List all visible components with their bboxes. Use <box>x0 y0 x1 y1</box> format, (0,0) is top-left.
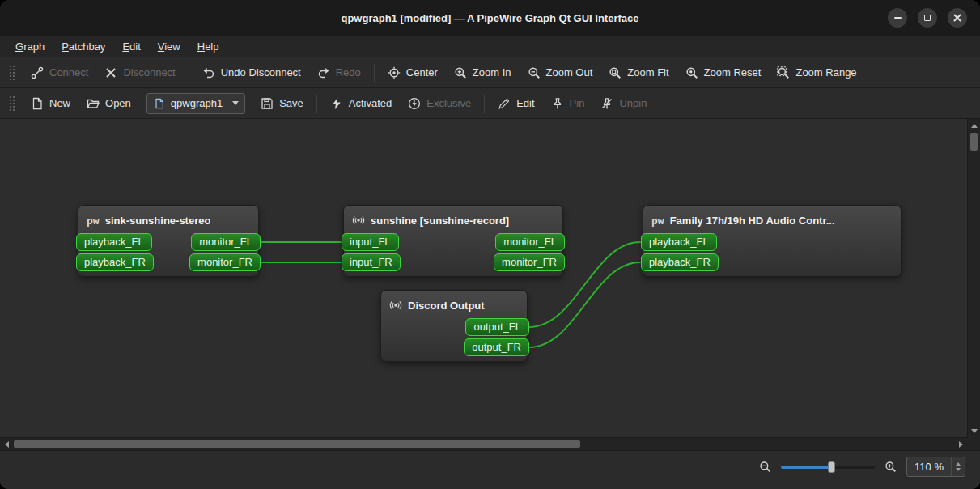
connect-label: Connect <box>49 66 88 79</box>
port-monitor-fl[interactable]: monitor_FL <box>191 233 261 251</box>
maximize-icon <box>924 15 931 21</box>
graph-canvas[interactable]: pw sink-sunshine-stereo playback_FL play… <box>0 119 980 450</box>
zoom-reset-button[interactable]: Zoom Reset <box>678 62 769 84</box>
activated-bolt-icon <box>330 97 343 110</box>
port-playback-fr[interactable]: playback_FR <box>76 253 154 271</box>
disconnect-label: Disconnect <box>123 66 175 79</box>
zoom-spin-arrows <box>951 457 965 476</box>
port-monitor-fr[interactable]: monitor_FR <box>189 253 261 271</box>
toolbar-handle[interactable] <box>9 64 15 82</box>
menu-view[interactable]: View <box>151 38 188 55</box>
pin-button: Pin <box>544 92 592 115</box>
save-icon <box>261 97 274 110</box>
window-title: qpwgraph1 [modified] — A PipeWire Graph … <box>341 12 638 24</box>
zoom-reset-label: Zoom Reset <box>704 66 762 79</box>
port-playback-fl[interactable]: playback_FL <box>641 233 717 251</box>
maximize-button[interactable] <box>918 8 937 28</box>
statusbar: 110 % <box>0 450 980 489</box>
pin-icon <box>551 97 564 110</box>
zoom-in-button[interactable]: Zoom In <box>447 62 519 84</box>
port-output-fl[interactable]: output_FL <box>465 318 529 336</box>
redo-icon <box>317 66 330 79</box>
horizontal-scrollbar[interactable] <box>0 437 967 450</box>
disconnect-icon <box>104 66 117 79</box>
pin-label: Pin <box>570 97 585 109</box>
scroll-left-button[interactable] <box>0 438 13 450</box>
zoom-fit-button[interactable]: Zoom Fit <box>601 62 676 84</box>
menu-help[interactable]: Help <box>190 38 227 55</box>
menubar: Graph Patchbay Edit View Help <box>0 36 980 57</box>
chevron-down-icon <box>232 101 239 105</box>
menu-graph[interactable]: Graph <box>8 38 52 55</box>
center-icon <box>388 66 401 79</box>
vertical-scroll-thumb[interactable] <box>970 133 978 151</box>
titlebar[interactable]: qpwgraph1 [modified] — A PipeWire Graph … <box>0 0 980 36</box>
node-title: sink-sunshine-stereo <box>105 215 211 227</box>
port-input-fl[interactable]: input_FL <box>342 233 399 251</box>
menu-patchbay[interactable]: Patchbay <box>54 38 112 55</box>
vertical-scrollbar[interactable] <box>967 119 980 437</box>
node-sink-sunshine-stereo[interactable]: pw sink-sunshine-stereo playback_FL play… <box>78 205 259 277</box>
node-header: pw Family 17h/19h HD Audio Contr... <box>643 210 901 231</box>
port-output-fr[interactable]: output_FR <box>464 338 529 356</box>
close-button[interactable] <box>948 8 967 28</box>
save-button[interactable]: Save <box>253 92 311 115</box>
arrow-left-icon <box>5 441 9 448</box>
node-title: sunshine [sunshine-record] <box>371 215 509 227</box>
spin-down-button[interactable] <box>956 468 961 471</box>
zoom-slider-thumb[interactable] <box>828 461 835 473</box>
node-family-hd-audio[interactable]: pw Family 17h/19h HD Audio Contr... play… <box>643 205 902 277</box>
connect-icon <box>31 66 44 79</box>
port-playback-fr[interactable]: playback_FR <box>641 253 719 271</box>
undo-disconnect-label: Undo Disconnect <box>221 66 301 79</box>
zoom-slider[interactable] <box>781 461 875 474</box>
zoom-fit-label: Zoom Fit <box>627 66 668 79</box>
port-input-fr[interactable]: input_FR <box>342 253 401 271</box>
zoom-in-mini-icon[interactable] <box>885 461 897 473</box>
port-playback-fl[interactable]: playback_FL <box>76 233 152 251</box>
edit-pencil-icon <box>498 97 511 110</box>
new-button[interactable]: New <box>23 92 78 115</box>
port-monitor-fr[interactable]: monitor_FR <box>494 253 565 271</box>
minimize-icon <box>894 17 902 19</box>
horizontal-scroll-thumb[interactable] <box>14 440 580 448</box>
zoom-range-icon <box>777 66 790 79</box>
zoom-in-label: Zoom In <box>473 66 511 79</box>
scroll-right-button[interactable] <box>954 438 967 450</box>
port-monitor-fl[interactable]: monitor_FL <box>495 233 565 251</box>
zoom-out-button[interactable]: Zoom Out <box>520 62 600 84</box>
zoom-range-button[interactable]: Zoom Range <box>770 62 863 84</box>
scroll-down-button[interactable] <box>968 424 980 437</box>
pipewire-icon: pw <box>651 215 664 227</box>
edit-button[interactable]: Edit <box>490 92 541 115</box>
scroll-up-button[interactable] <box>968 119 980 132</box>
toolbar-handle[interactable] <box>9 95 15 113</box>
disconnect-button: Disconnect <box>97 62 182 84</box>
zoom-out-mini-icon[interactable] <box>759 461 771 473</box>
arrow-down-icon <box>971 429 978 433</box>
activated-button[interactable]: Activated <box>323 92 399 115</box>
port-list: playback_FL playback_FR <box>643 233 901 271</box>
menu-edit[interactable]: Edit <box>115 38 147 55</box>
undo-disconnect-button[interactable]: Undo Disconnect <box>195 62 308 84</box>
undo-icon <box>202 66 215 79</box>
toolbar-separator <box>484 95 485 113</box>
toolbar-main: Connect Disconnect Undo Disconnect Redo … <box>0 57 980 88</box>
toolbar-separator <box>316 95 317 113</box>
zoom-range-label: Zoom Range <box>795 66 856 79</box>
node-sunshine-record[interactable]: sunshine [sunshine-record] input_FL inpu… <box>343 205 563 277</box>
port-list: output_FL output_FR <box>381 318 527 356</box>
center-button[interactable]: Center <box>380 62 445 84</box>
open-folder-icon <box>87 97 100 110</box>
zoom-spinbox[interactable]: 110 % <box>906 457 965 477</box>
node-discord-output[interactable]: Discord Output output_FL output_FR <box>380 290 528 362</box>
patchbay-selector[interactable]: qpwgraph1 <box>146 93 245 114</box>
exclusive-label: Exclusive <box>426 97 471 109</box>
scrollbar-corner <box>967 437 980 450</box>
zoom-out-icon <box>528 66 541 79</box>
minimize-button[interactable] <box>888 8 907 28</box>
open-button[interactable]: Open <box>79 92 138 115</box>
arrow-up-icon <box>971 124 978 128</box>
toolbar-patchbay: New Open qpwgraph1 Save Activated Exclus… <box>0 88 980 119</box>
spin-up-button[interactable] <box>956 462 961 466</box>
